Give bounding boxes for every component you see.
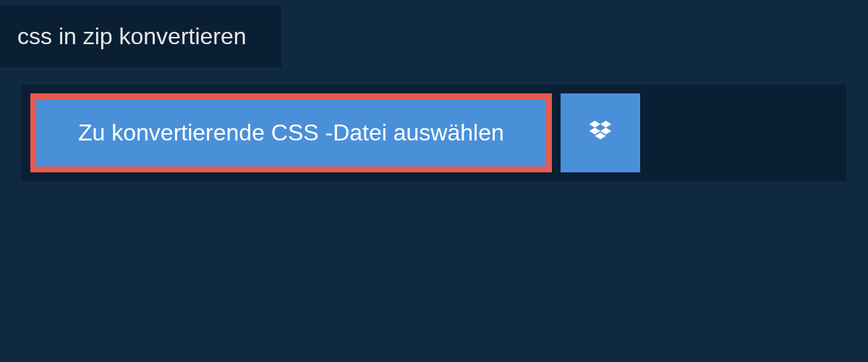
select-file-button[interactable]: Zu konvertierende CSS -Datei auswählen bbox=[30, 93, 552, 172]
select-file-button-label: Zu konvertierende CSS -Datei auswählen bbox=[78, 119, 504, 146]
dropbox-icon bbox=[587, 118, 614, 148]
converter-tab: css in zip konvertieren bbox=[0, 6, 281, 67]
file-selection-panel: Zu konvertierende CSS -Datei auswählen bbox=[22, 85, 846, 181]
tab-title: css in zip konvertieren bbox=[17, 23, 247, 49]
dropbox-button[interactable] bbox=[561, 93, 640, 172]
